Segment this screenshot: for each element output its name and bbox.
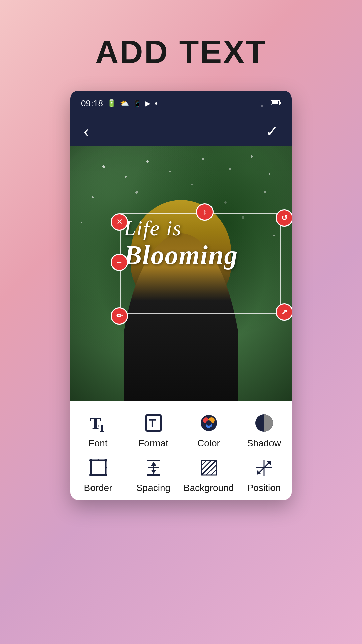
svg-point-23 (105, 467, 107, 469)
font-icon: T T (86, 411, 110, 435)
text-line2: Blooming (124, 240, 285, 270)
canvas-area[interactable]: Life is Blooming ✕ ↕ ↺ ↔ ✏ ↗ (70, 146, 292, 401)
color-label: Color (197, 438, 220, 449)
move-horizontal-handle[interactable]: ↔ (111, 254, 128, 271)
dot-icon: • (155, 98, 158, 109)
delete-handle[interactable]: ✕ (111, 213, 128, 231)
svg-line-33 (201, 460, 212, 470)
svg-text:T: T (149, 417, 156, 429)
background-icon (197, 456, 221, 479)
svg-rect-2 (272, 101, 278, 104)
spacing-icon (142, 456, 165, 479)
svg-rect-15 (91, 460, 106, 475)
back-button[interactable]: ‹ (84, 122, 89, 141)
svg-point-0 (261, 105, 263, 107)
svg-point-22 (90, 467, 92, 469)
phone-mockup: 09:18 🔋 ⛅ 📱 ▶ • ‹ (70, 91, 292, 500)
tool-background[interactable]: Background (182, 456, 236, 493)
tool-spacing[interactable]: Spacing (127, 456, 180, 493)
format-icon: T (142, 411, 165, 435)
font-label: Font (88, 438, 107, 449)
scale-handle[interactable]: ↗ (276, 303, 292, 321)
position-label: Position (247, 483, 281, 493)
svg-line-35 (201, 460, 207, 466)
tool-position[interactable]: Position (237, 456, 291, 493)
background-label: Background (184, 483, 234, 493)
svg-marker-26 (151, 462, 156, 466)
svg-point-20 (97, 459, 99, 461)
toolbar-row-2: Border (70, 452, 292, 497)
svg-point-21 (97, 474, 99, 476)
toolbar-row-1: T T Font T Format (70, 408, 292, 452)
youtube-icon: ▶ (145, 99, 150, 107)
shadow-icon (252, 411, 276, 435)
svg-line-36 (211, 470, 216, 475)
svg-line-34 (206, 465, 216, 475)
status-time: 09:18 (81, 98, 103, 109)
nav-bar: ‹ ✓ (70, 116, 292, 146)
svg-point-16 (89, 459, 92, 462)
spacing-label: Spacing (136, 483, 170, 493)
text-overlay: Life is Blooming (124, 217, 285, 270)
position-icon (252, 456, 276, 479)
border-label: Border (84, 483, 112, 493)
charging-icon: 🔋 (107, 99, 116, 108)
battery-icon (271, 100, 281, 107)
tool-font[interactable]: T T Font (71, 411, 125, 449)
svg-point-17 (104, 459, 107, 462)
edit-handle[interactable]: ✏ (111, 307, 128, 325)
wifi-icon (257, 99, 267, 108)
tool-shadow[interactable]: Shadow (237, 411, 291, 449)
weather-icon: ⛅ (120, 99, 129, 108)
move-vertical-handle[interactable]: ↕ (196, 203, 214, 221)
svg-line-42 (257, 468, 264, 474)
tool-border[interactable]: Border (71, 456, 125, 493)
page-title: ADD TEXT (0, 0, 362, 91)
bottom-toolbar: T T Font T Format (70, 401, 292, 500)
svg-marker-29 (151, 470, 156, 474)
border-icon (86, 456, 110, 479)
shadow-label: Shadow (247, 438, 281, 449)
svg-point-12 (206, 420, 212, 426)
screen-icon: 📱 (133, 99, 141, 107)
confirm-button[interactable]: ✓ (266, 123, 278, 140)
svg-rect-3 (280, 102, 281, 104)
tool-color[interactable]: Color (182, 411, 236, 449)
svg-text:T: T (98, 422, 105, 433)
status-bar: 09:18 🔋 ⛅ 📱 ▶ • (70, 91, 292, 116)
svg-point-18 (89, 474, 92, 476)
svg-line-41 (264, 461, 271, 468)
format-label: Format (138, 438, 168, 449)
tool-format[interactable]: T Format (127, 411, 180, 449)
svg-point-19 (104, 474, 107, 476)
rotate-handle[interactable]: ↺ (276, 209, 292, 227)
color-icon (197, 411, 221, 435)
